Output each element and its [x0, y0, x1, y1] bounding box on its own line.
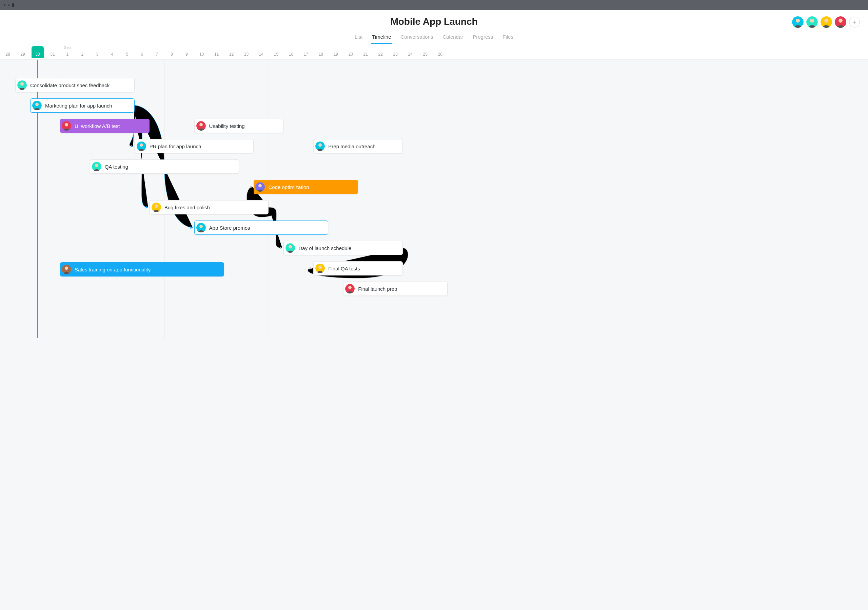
assignee-avatar — [62, 265, 71, 274]
tab-files[interactable]: Files — [502, 32, 514, 44]
timeline-body[interactable]: Consolidate product spec feedbackMarketi… — [0, 60, 868, 338]
day-number: 17 — [304, 52, 308, 59]
day-column[interactable]: 29 — [15, 44, 30, 59]
assignee-avatar — [315, 141, 325, 151]
day-column[interactable]: 12 — [224, 44, 239, 59]
task-bar[interactable]: Sales training on app functionality — [60, 262, 224, 276]
day-column[interactable]: 15 — [268, 44, 284, 59]
svg-point-33 — [65, 267, 68, 270]
task-bar[interactable]: Day of launch schedule — [284, 241, 403, 255]
task-label: Marketing plan for app launch — [45, 103, 112, 109]
window-control-icon — [12, 3, 14, 7]
day-column[interactable]: 4 — [105, 44, 120, 59]
task-bar[interactable]: Usability testing — [194, 119, 284, 133]
task-bar[interactable]: Bug fixes and polish — [150, 200, 269, 214]
tab-list[interactable]: List — [354, 32, 363, 44]
task-bar[interactable]: Marketing plan for app launch — [30, 98, 135, 113]
svg-point-13 — [65, 123, 68, 127]
day-column[interactable]: 10 — [194, 44, 209, 59]
day-number: 4 — [111, 52, 113, 59]
assignee-avatar — [315, 264, 325, 273]
day-column[interactable]: 25 — [418, 44, 432, 59]
day-column[interactable]: 23 — [388, 44, 403, 59]
assignee-avatar — [32, 101, 42, 110]
svg-point-23 — [259, 184, 262, 188]
day-column[interactable]: 5 — [120, 44, 135, 59]
assignee-avatar — [17, 81, 27, 90]
window-control-icon — [4, 5, 5, 6]
task-bar[interactable]: Consolidate product spec feedback — [15, 78, 135, 92]
day-column[interactable]: 16 — [284, 44, 298, 59]
task-bar[interactable]: UI workflow A/B test — [60, 119, 150, 133]
svg-point-27 — [199, 225, 203, 228]
assignee-avatar — [255, 182, 265, 192]
tab-progress[interactable]: Progress — [472, 32, 494, 44]
day-column[interactable]: 9 — [179, 44, 194, 59]
day-column[interactable]: 6 — [135, 44, 150, 59]
team-avatar[interactable] — [806, 16, 818, 28]
day-column[interactable]: 2 — [75, 44, 90, 59]
day-number: 30 — [35, 52, 40, 59]
task-bar[interactable]: Final QA tests — [313, 261, 403, 275]
assignee-avatar — [345, 284, 355, 293]
task-label: Final launch prep — [358, 286, 397, 292]
task-label: Day of launch schedule — [298, 245, 351, 251]
team-avatar[interactable] — [835, 16, 846, 28]
task-bar[interactable]: Final launch prep — [343, 282, 448, 296]
day-number: 23 — [393, 52, 398, 59]
day-column[interactable]: 21 — [358, 44, 373, 59]
day-number: 25 — [423, 52, 427, 59]
task-label: Code optimization — [268, 184, 309, 190]
day-column[interactable]: 26 — [432, 44, 448, 59]
day-number: 13 — [244, 52, 248, 59]
day-column[interactable]: 14 — [254, 44, 268, 59]
team-avatar[interactable] — [792, 16, 804, 28]
day-number: 24 — [408, 52, 412, 59]
day-column[interactable]: 20 — [343, 44, 358, 59]
day-column[interactable]: 8 — [164, 44, 179, 59]
assignee-avatar — [62, 121, 71, 130]
project-header: Mobile App Launch ＋ ListTimelineConversa… — [0, 10, 868, 44]
task-label: App Store promos — [209, 225, 250, 231]
day-column[interactable]: 31 — [45, 44, 60, 59]
day-number: 2 — [81, 52, 84, 59]
day-number: 21 — [363, 52, 368, 59]
task-bar[interactable]: Code optimization — [254, 180, 358, 194]
task-bar[interactable]: PR plan for app launch — [135, 139, 254, 153]
svg-point-15 — [199, 123, 203, 127]
day-number: 8 — [170, 52, 173, 59]
day-column[interactable]: 22 — [373, 44, 388, 59]
day-number: 3 — [96, 52, 98, 59]
day-number: 11 — [214, 52, 219, 59]
team-avatars: ＋ — [792, 16, 860, 28]
day-column[interactable]: 17 — [298, 44, 313, 59]
day-column[interactable]: 18 — [313, 44, 328, 59]
day-column[interactable]: 13 — [239, 44, 254, 59]
svg-point-25 — [155, 205, 158, 208]
day-column[interactable]: 11 — [209, 44, 224, 59]
add-member-button[interactable]: ＋ — [849, 17, 860, 28]
task-bar[interactable]: Prep media outreach — [313, 139, 403, 153]
day-number: 18 — [319, 52, 323, 59]
task-bar[interactable]: QA testing — [90, 160, 239, 174]
day-column[interactable]: 19 — [328, 44, 343, 59]
svg-point-9 — [20, 82, 24, 86]
tab-calendar[interactable]: Calendar — [442, 32, 464, 44]
day-number: 28 — [5, 52, 10, 59]
tab-conversations[interactable]: Conversations — [400, 32, 434, 44]
day-column[interactable]: 24 — [403, 44, 418, 59]
team-avatar[interactable] — [820, 16, 832, 28]
day-number: 6 — [141, 52, 143, 59]
task-bar[interactable]: App Store promos — [194, 220, 329, 235]
view-tabs: ListTimelineConversationsCalendarProgres… — [0, 32, 868, 44]
date-ruler: 2829303112345678910111213141516171819202… — [0, 44, 868, 60]
tab-timeline[interactable]: Timeline — [371, 32, 392, 44]
day-column[interactable]: 7 — [150, 44, 164, 59]
day-column[interactable]: 30 — [30, 44, 45, 59]
day-number: 14 — [259, 52, 264, 59]
day-number: 7 — [156, 52, 158, 59]
day-number: 22 — [378, 52, 383, 59]
day-column[interactable]: 3 — [90, 44, 105, 59]
day-column[interactable]: 28 — [0, 44, 15, 59]
day-number: 12 — [229, 52, 234, 59]
